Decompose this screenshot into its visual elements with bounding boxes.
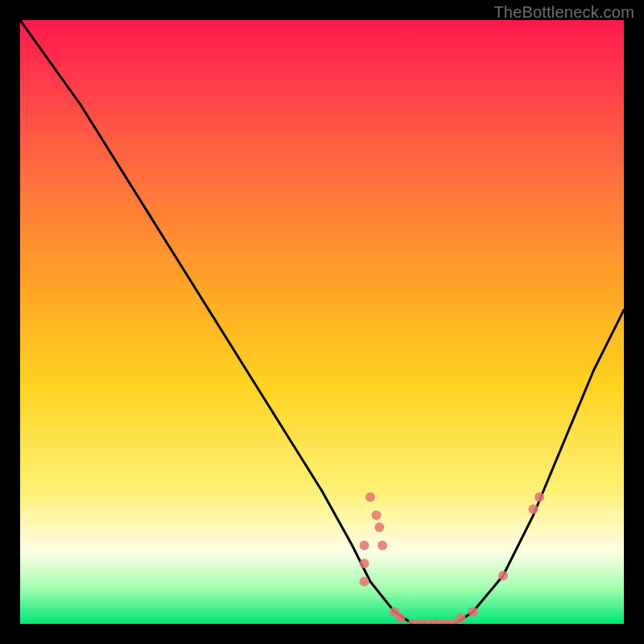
svg-point-3 — [378, 541, 387, 551]
svg-point-6 — [360, 577, 369, 587]
svg-point-19 — [498, 571, 508, 580]
chart-container: TheBottleneck.com — [0, 0, 644, 644]
svg-point-1 — [372, 510, 382, 520]
svg-point-2 — [374, 522, 384, 532]
svg-point-20 — [529, 505, 539, 514]
svg-point-0 — [365, 493, 375, 502]
svg-point-18 — [469, 607, 478, 617]
watermark-text: TheBottleneck.com — [493, 3, 634, 22]
svg-point-5 — [360, 559, 369, 568]
curve-svg — [20, 20, 624, 624]
plot-area — [20, 20, 624, 624]
svg-point-8 — [396, 613, 406, 623]
svg-point-4 — [360, 541, 369, 551]
curve-path — [20, 20, 624, 624]
svg-point-17 — [456, 613, 466, 623]
svg-point-21 — [535, 493, 544, 502]
